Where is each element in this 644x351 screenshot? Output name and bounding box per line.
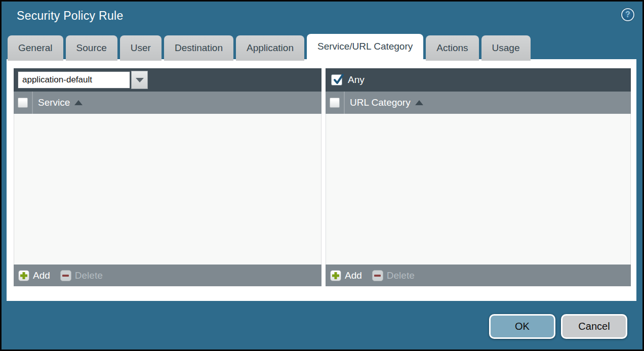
chevron-down-icon (136, 78, 144, 82)
tab-application[interactable]: Application (236, 35, 304, 61)
tab-source[interactable]: Source (66, 35, 117, 61)
url-category-delete-label: Delete (387, 270, 415, 281)
url-category-table-footer: Add Delete (326, 265, 631, 286)
any-checkbox-label: Any (348, 74, 365, 85)
url-category-column-header[interactable]: URL Category (350, 97, 423, 108)
service-add-label: Add (33, 270, 50, 281)
service-select-all-cell[interactable] (14, 92, 32, 114)
tab-destination[interactable]: Destination (164, 35, 233, 61)
tab-user[interactable]: User (120, 35, 162, 61)
help-icon[interactable]: ? (621, 8, 634, 21)
service-column-label: Service (38, 97, 70, 108)
any-checkbox-control[interactable]: Any (330, 74, 365, 85)
url-category-column-label: URL Category (350, 97, 411, 108)
dialog-button-row: OK Cancel (489, 314, 627, 339)
sort-ascending-icon (74, 100, 83, 105)
service-type-dropdown-button[interactable] (131, 71, 148, 89)
checkmark-icon (332, 73, 345, 86)
url-category-add-button[interactable]: Add (330, 270, 362, 281)
service-table-footer: Add Delete (14, 265, 321, 286)
dialog-title: Security Policy Rule (17, 9, 124, 23)
ok-button[interactable]: OK (489, 314, 555, 339)
tab-usage[interactable]: Usage (481, 35, 531, 61)
cancel-button[interactable]: Cancel (561, 314, 627, 339)
tab-service-url-category[interactable]: Service/URL Category (307, 34, 423, 61)
service-column-header[interactable]: Service (38, 97, 83, 108)
url-category-select-all-checkbox[interactable] (330, 98, 340, 108)
service-table-header: Service (14, 92, 321, 114)
url-category-add-label: Add (345, 270, 362, 281)
plus-icon (330, 270, 341, 281)
url-category-table-body (326, 114, 631, 265)
service-select-all-checkbox[interactable] (18, 98, 28, 108)
tab-bar: General Source User Destination Applicat… (8, 34, 531, 61)
tab-actions[interactable]: Actions (426, 35, 478, 61)
plus-icon (18, 270, 29, 281)
service-toolbar (14, 68, 321, 92)
minus-icon (372, 270, 383, 281)
service-panel: Service Add Delete (14, 68, 321, 286)
url-category-delete-button[interactable]: Delete (372, 270, 415, 281)
url-category-table-header: URL Category (326, 92, 631, 114)
security-policy-rule-dialog: Security Policy Rule ? General Source Us… (0, 0, 644, 351)
service-type-input[interactable] (18, 71, 130, 89)
url-category-toolbar: Any (326, 68, 631, 92)
url-category-select-all-cell[interactable] (326, 92, 344, 114)
tab-content-area: Service Add Delete (7, 59, 636, 301)
url-category-panel: Any URL Category Add (326, 68, 631, 286)
sort-ascending-icon (415, 100, 423, 105)
service-delete-button[interactable]: Delete (60, 270, 103, 281)
minus-icon (60, 270, 71, 281)
service-add-button[interactable]: Add (18, 270, 50, 281)
service-delete-label: Delete (75, 270, 103, 281)
tab-general[interactable]: General (8, 35, 63, 61)
any-checkbox[interactable] (331, 74, 342, 85)
service-table-body (14, 114, 321, 265)
